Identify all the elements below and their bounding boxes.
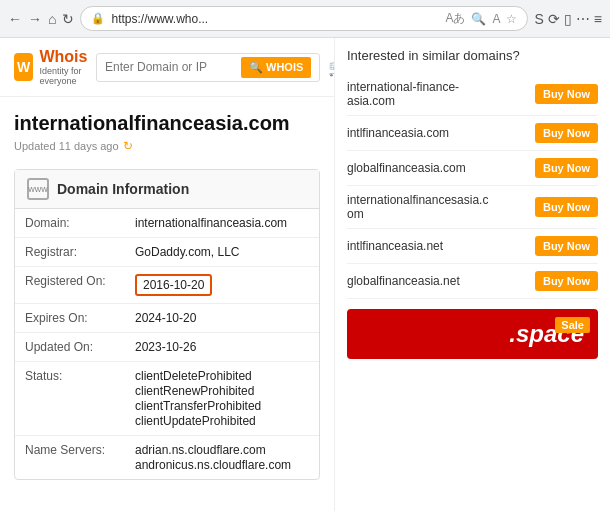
forward-button[interactable]: →	[28, 11, 42, 27]
registrar-value: GoDaddy.com, LLC	[125, 238, 319, 267]
search-input[interactable]	[105, 60, 235, 74]
table-row: Registrar: GoDaddy.com, LLC	[15, 238, 319, 267]
expires-value: 2024-10-20	[125, 304, 319, 333]
similar-domain-name: international-finance-asia.com	[347, 80, 459, 108]
right-panel: Interested in similar domains? internati…	[335, 38, 610, 511]
updated-value: 2023-10-26	[125, 333, 319, 362]
url-text: https://www.who...	[111, 12, 439, 26]
card-header: www Domain Information	[15, 170, 319, 209]
buy-now-button[interactable]: Buy Now	[535, 158, 598, 178]
address-bar[interactable]: 🔒 https://www.who... Aあ 🔍 A ☆	[80, 6, 528, 31]
card-header-icon: www	[27, 178, 49, 200]
domain-value: internationalfinanceasia.com	[125, 209, 319, 238]
registered-row: Registered On: 2016-10-20	[15, 267, 319, 304]
menu-icon[interactable]: ≡	[594, 11, 602, 27]
status-label: Status:	[15, 362, 125, 436]
status-list: clientDeleteProhibited clientRenewProhib…	[135, 369, 309, 428]
buy-now-button[interactable]: Buy Now	[535, 271, 598, 291]
updated-label: Updated On:	[15, 333, 125, 362]
domain-row: globalfinanceasia.net Buy Now	[347, 264, 598, 299]
address-actions: Aあ 🔍 A ☆	[445, 10, 517, 27]
more-icon[interactable]: ⋯	[576, 11, 590, 27]
table-row: Domain: internationalfinanceasia.com	[15, 209, 319, 238]
bookmark-icon[interactable]: ☆	[506, 12, 517, 26]
left-panel: W Whois Identity for everyone 🔍 WHOIS 🛒 …	[0, 38, 335, 511]
registered-value: 2016-10-20	[125, 267, 319, 304]
text-icon: A	[492, 12, 500, 26]
domain-title-section: internationalfinanceasia.com Updated 11 …	[0, 97, 334, 161]
nameserver-list: adrian.ns.cloudflare.com andronicus.ns.c…	[135, 443, 309, 472]
table-row: Updated On: 2023-10-26	[15, 333, 319, 362]
list-item: clientDeleteProhibited	[135, 369, 309, 383]
home-button[interactable]: ⌂	[48, 11, 56, 27]
zoom-icon: 🔍	[471, 12, 486, 26]
nameserver-value: adrian.ns.cloudflare.com andronicus.ns.c…	[125, 436, 319, 480]
domain-title: internationalfinanceasia.com	[14, 111, 320, 135]
lock-icon: 🔒	[91, 12, 105, 25]
nameserver-label: Name Servers:	[15, 436, 125, 480]
reload-button[interactable]: ↻	[62, 11, 74, 27]
main-content: W Whois Identity for everyone 🔍 WHOIS 🛒 …	[0, 38, 610, 511]
domain-row: intlfinanceasia.net Buy Now	[347, 229, 598, 264]
search-button[interactable]: 🔍 WHOIS	[241, 57, 311, 78]
table-row: Expires On: 2024-10-20	[15, 304, 319, 333]
whois-logo: W Whois Identity for everyone	[14, 48, 96, 86]
domain-row: globalfinanceasia.com Buy Now	[347, 151, 598, 186]
logo-text: Whois Identity for everyone	[39, 48, 96, 86]
similar-domain-name: intlfinanceasia.net	[347, 239, 443, 253]
translate-icon: Aあ	[445, 10, 465, 27]
list-item: clientRenewProhibited	[135, 384, 309, 398]
buy-now-button[interactable]: Buy Now	[535, 123, 598, 143]
similar-domain-name: globalfinanceasia.com	[347, 161, 466, 175]
list-item: clientTransferProhibited	[135, 399, 309, 413]
split-icon[interactable]: ▯	[564, 11, 572, 27]
buy-now-button[interactable]: Buy Now	[535, 84, 598, 104]
logo-icon: W	[14, 53, 33, 81]
expires-label: Expires On:	[15, 304, 125, 333]
nameserver-row: Name Servers: adrian.ns.cloudflare.com a…	[15, 436, 319, 480]
similar-header: Interested in similar domains?	[347, 48, 598, 63]
whois-header: W Whois Identity for everyone 🔍 WHOIS 🛒 …	[0, 38, 334, 97]
list-item: clientUpdateProhibited	[135, 414, 309, 428]
card-header-title: Domain Information	[57, 181, 189, 197]
updated-line: Updated 11 days ago ↻	[14, 139, 320, 153]
buy-now-button[interactable]: Buy Now	[535, 197, 598, 217]
domain-label: Domain:	[15, 209, 125, 238]
similar-domain-name: intlfinanceasia.com	[347, 126, 449, 140]
space-banner: Sale .space	[347, 309, 598, 359]
search-icon: 🔍	[249, 61, 263, 74]
sync-icon[interactable]: ⟳	[548, 11, 560, 27]
status-row: Status: clientDeleteProhibited clientRen…	[15, 362, 319, 436]
domain-row: intlfinanceasia.com Buy Now	[347, 116, 598, 151]
list-item: adrian.ns.cloudflare.com	[135, 443, 309, 457]
registered-label: Registered On:	[15, 267, 125, 304]
back-button[interactable]: ←	[8, 11, 22, 27]
search-bar[interactable]: 🔍 WHOIS	[96, 53, 320, 82]
domain-info-card: www Domain Information Domain: internati…	[14, 169, 320, 480]
toolbar-icons: S ⟳ ▯ ⋯ ≡	[534, 11, 602, 27]
domain-row: international-finance-asia.com Buy Now	[347, 73, 598, 116]
buy-now-button[interactable]: Buy Now	[535, 236, 598, 256]
domain-row: internationalfinancesasia.com Buy Now	[347, 186, 598, 229]
refresh-icon[interactable]: ↻	[123, 139, 133, 153]
similar-domain-name: internationalfinancesasia.com	[347, 193, 488, 221]
extension-icon[interactable]: S	[534, 11, 543, 27]
logo-sub-text: Identity for everyone	[39, 66, 96, 86]
logo-main-text: Whois	[39, 48, 96, 66]
cart-icon[interactable]: 🛒	[328, 58, 335, 77]
sale-badge: Sale	[555, 317, 590, 333]
status-value: clientDeleteProhibited clientRenewProhib…	[125, 362, 319, 436]
browser-chrome: ← → ⌂ ↻ 🔒 https://www.who... Aあ 🔍 A ☆ S …	[0, 0, 610, 38]
list-item: andronicus.ns.cloudflare.com	[135, 458, 309, 472]
similar-domain-name: globalfinanceasia.net	[347, 274, 460, 288]
info-table: Domain: internationalfinanceasia.com Reg…	[15, 209, 319, 479]
registrar-label: Registrar:	[15, 238, 125, 267]
